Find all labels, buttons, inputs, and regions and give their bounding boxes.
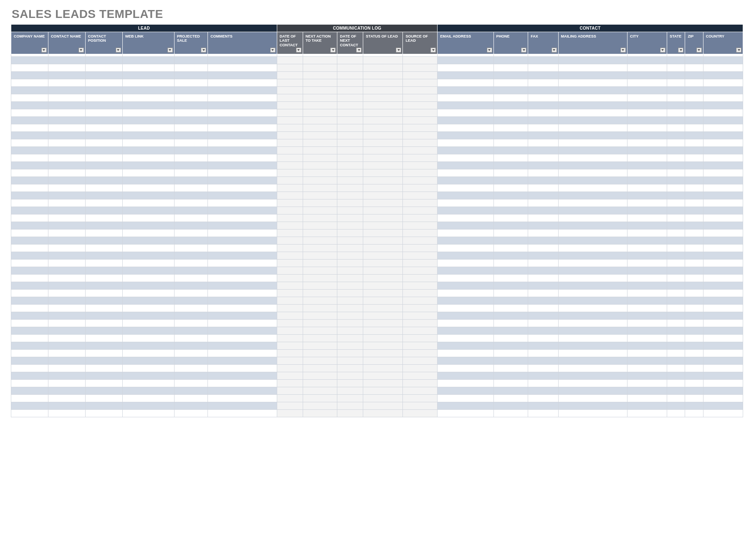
cell-date_next[interactable] bbox=[337, 64, 363, 72]
cell-date_last[interactable] bbox=[277, 207, 303, 214]
cell-city[interactable] bbox=[627, 72, 667, 79]
cell-state[interactable] bbox=[667, 154, 685, 162]
cell-zip[interactable] bbox=[685, 275, 703, 282]
filter-dropdown-icon[interactable] bbox=[167, 48, 173, 53]
cell-next_action[interactable] bbox=[303, 94, 337, 102]
cell-state[interactable] bbox=[667, 109, 685, 117]
cell-fax[interactable] bbox=[528, 320, 558, 327]
cell-email[interactable] bbox=[438, 350, 493, 357]
cell-comments[interactable] bbox=[208, 94, 277, 102]
cell-date_last[interactable] bbox=[277, 102, 303, 109]
cell-mailing[interactable] bbox=[558, 132, 627, 139]
cell-status[interactable] bbox=[363, 365, 403, 372]
cell-phone[interactable] bbox=[493, 57, 528, 64]
cell-next_action[interactable] bbox=[303, 402, 337, 410]
cell-next_action[interactable] bbox=[303, 199, 337, 207]
cell-status[interactable] bbox=[363, 275, 403, 282]
cell-projected_sale[interactable] bbox=[174, 312, 208, 320]
cell-zip[interactable] bbox=[685, 335, 703, 342]
column-header-comments[interactable]: COMMENTS bbox=[208, 32, 277, 54]
cell-contact_position[interactable] bbox=[85, 237, 122, 245]
cell-zip[interactable] bbox=[685, 230, 703, 237]
cell-comments[interactable] bbox=[208, 297, 277, 305]
cell-fax[interactable] bbox=[528, 177, 558, 184]
cell-company_name[interactable] bbox=[11, 72, 48, 79]
column-header-mailing[interactable]: MAILING ADDRESS bbox=[558, 32, 627, 54]
cell-zip[interactable] bbox=[685, 282, 703, 290]
cell-city[interactable] bbox=[627, 305, 667, 312]
cell-zip[interactable] bbox=[685, 79, 703, 87]
cell-company_name[interactable] bbox=[11, 230, 48, 237]
cell-contact_position[interactable] bbox=[85, 297, 122, 305]
cell-projected_sale[interactable] bbox=[174, 109, 208, 117]
cell-source[interactable] bbox=[403, 335, 438, 342]
cell-date_next[interactable] bbox=[337, 79, 363, 87]
cell-state[interactable] bbox=[667, 342, 685, 350]
cell-country[interactable] bbox=[703, 147, 743, 154]
cell-projected_sale[interactable] bbox=[174, 357, 208, 365]
cell-contact_name[interactable] bbox=[48, 350, 85, 357]
cell-status[interactable] bbox=[363, 184, 403, 192]
column-header-date_last[interactable]: DATE OF LAST CONTACT bbox=[277, 32, 303, 54]
cell-next_action[interactable] bbox=[303, 245, 337, 252]
cell-zip[interactable] bbox=[685, 87, 703, 94]
cell-country[interactable] bbox=[703, 72, 743, 79]
cell-next_action[interactable] bbox=[303, 342, 337, 350]
cell-projected_sale[interactable] bbox=[174, 199, 208, 207]
cell-web_link[interactable] bbox=[122, 237, 174, 245]
cell-source[interactable] bbox=[403, 132, 438, 139]
cell-email[interactable] bbox=[438, 124, 493, 132]
cell-state[interactable] bbox=[667, 395, 685, 402]
filter-dropdown-icon[interactable] bbox=[552, 48, 557, 53]
cell-fax[interactable] bbox=[528, 387, 558, 395]
cell-city[interactable] bbox=[627, 102, 667, 109]
cell-company_name[interactable] bbox=[11, 245, 48, 252]
cell-mailing[interactable] bbox=[558, 192, 627, 199]
cell-comments[interactable] bbox=[208, 162, 277, 169]
cell-status[interactable] bbox=[363, 177, 403, 184]
cell-projected_sale[interactable] bbox=[174, 87, 208, 94]
cell-contact_name[interactable] bbox=[48, 410, 85, 417]
cell-country[interactable] bbox=[703, 290, 743, 297]
cell-web_link[interactable] bbox=[122, 87, 174, 94]
cell-fax[interactable] bbox=[528, 214, 558, 222]
cell-phone[interactable] bbox=[493, 357, 528, 365]
cell-date_last[interactable] bbox=[277, 267, 303, 275]
cell-status[interactable] bbox=[363, 109, 403, 117]
cell-source[interactable] bbox=[403, 245, 438, 252]
cell-source[interactable] bbox=[403, 372, 438, 380]
cell-contact_name[interactable] bbox=[48, 372, 85, 380]
cell-contact_position[interactable] bbox=[85, 267, 122, 275]
cell-comments[interactable] bbox=[208, 282, 277, 290]
cell-fax[interactable] bbox=[528, 147, 558, 154]
cell-fax[interactable] bbox=[528, 57, 558, 64]
cell-date_next[interactable] bbox=[337, 312, 363, 320]
cell-web_link[interactable] bbox=[122, 207, 174, 214]
cell-state[interactable] bbox=[667, 147, 685, 154]
cell-contact_position[interactable] bbox=[85, 335, 122, 342]
cell-fax[interactable] bbox=[528, 199, 558, 207]
cell-contact_position[interactable] bbox=[85, 327, 122, 335]
cell-state[interactable] bbox=[667, 102, 685, 109]
cell-mailing[interactable] bbox=[558, 57, 627, 64]
cell-web_link[interactable] bbox=[122, 139, 174, 147]
cell-fax[interactable] bbox=[528, 169, 558, 177]
cell-email[interactable] bbox=[438, 72, 493, 79]
cell-next_action[interactable] bbox=[303, 132, 337, 139]
cell-date_next[interactable] bbox=[337, 402, 363, 410]
cell-state[interactable] bbox=[667, 357, 685, 365]
cell-status[interactable] bbox=[363, 357, 403, 365]
cell-next_action[interactable] bbox=[303, 184, 337, 192]
cell-country[interactable] bbox=[703, 252, 743, 260]
cell-email[interactable] bbox=[438, 342, 493, 350]
cell-projected_sale[interactable] bbox=[174, 372, 208, 380]
cell-date_last[interactable] bbox=[277, 222, 303, 230]
cell-email[interactable] bbox=[438, 109, 493, 117]
cell-next_action[interactable] bbox=[303, 252, 337, 260]
cell-date_last[interactable] bbox=[277, 335, 303, 342]
cell-contact_position[interactable] bbox=[85, 79, 122, 87]
filter-dropdown-icon[interactable] bbox=[330, 48, 336, 53]
cell-company_name[interactable] bbox=[11, 177, 48, 184]
cell-country[interactable] bbox=[703, 342, 743, 350]
cell-country[interactable] bbox=[703, 132, 743, 139]
